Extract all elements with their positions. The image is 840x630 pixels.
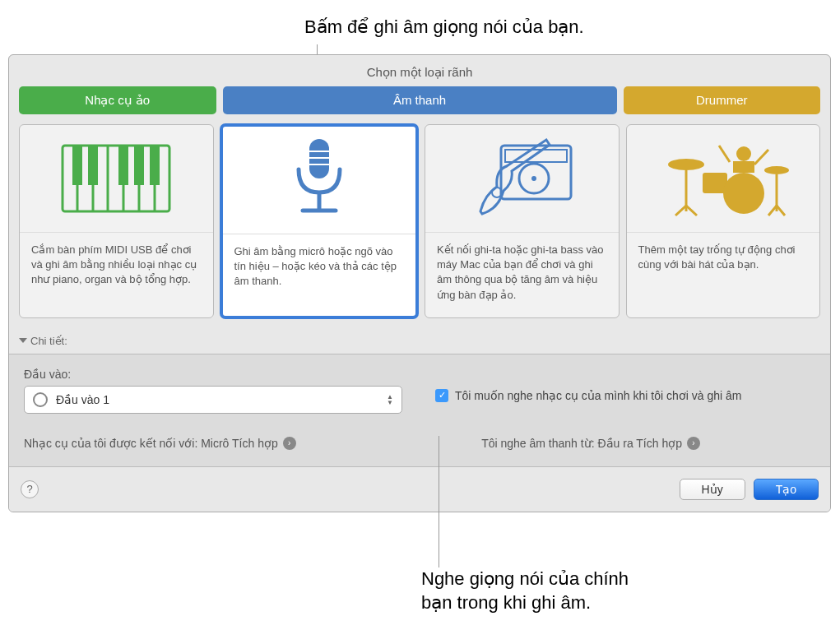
chevron-right-icon: › — [687, 437, 700, 450]
input-select[interactable]: Đầu vào 1 ▲▼ — [24, 386, 402, 414]
card-desc: Kết nối ghi-ta hoặc ghi-ta bass vào máy … — [425, 232, 619, 317]
monitor-label: Tôi muốn nghe nhạc cụ của mình khi tôi c… — [455, 389, 741, 402]
card-desc: Ghi âm bằng micrô hoặc ngõ vào tín hiệu … — [223, 234, 416, 304]
footer: ? Hủy Tạo — [9, 467, 830, 512]
track-type-tabs: Nhạc cụ ảo Âm thanh Drummer — [9, 86, 830, 124]
monitor-checkbox[interactable]: ✓ — [435, 389, 448, 402]
card-drummer[interactable]: Thêm một tay trống tự động chơi cùng với… — [626, 124, 821, 318]
microphone-icon — [223, 127, 416, 234]
svg-line-29 — [675, 206, 686, 215]
svg-point-23 — [736, 146, 751, 161]
card-desc: Cắm bàn phím MIDI USB để chơi và ghi âm … — [20, 232, 213, 303]
input-device-link[interactable]: Nhạc cụ của tôi được kết nối với: Micrô … — [24, 437, 296, 450]
window-title: Chọn một loại rãnh — [9, 55, 830, 86]
drumkit-icon — [627, 125, 820, 232]
svg-line-24 — [719, 146, 730, 162]
guitar-amp-icon — [425, 125, 619, 232]
card-audio-mic[interactable]: Ghi âm bằng micrô hoặc ngõ vào tín hiệu … — [220, 124, 419, 318]
input-value: Đầu vào 1 — [56, 393, 109, 406]
svg-rect-11 — [150, 146, 160, 185]
chevron-right-icon: › — [283, 437, 296, 450]
help-button[interactable]: ? — [21, 480, 39, 498]
input-device-text: Nhạc cụ của tôi được kết nối với: Micrô … — [24, 437, 278, 450]
card-software-instrument[interactable]: Cắm bàn phím MIDI USB để chơi và ghi âm … — [19, 124, 214, 318]
callout-record-voice: Bấm để ghi âm giọng nói của bạn. — [304, 16, 584, 38]
svg-line-25 — [754, 150, 768, 164]
details-label: Chi tiết: — [30, 335, 67, 347]
tab-virtual-instrument[interactable]: Nhạc cụ ảo — [19, 86, 216, 114]
card-desc: Thêm một tay trống tự động chơi cùng với… — [627, 232, 820, 287]
svg-point-21 — [531, 176, 536, 181]
disclosure-triangle-icon — [19, 338, 27, 343]
svg-rect-10 — [134, 146, 144, 185]
output-device-text: Tôi nghe âm thanh từ: Đầu ra Tích hợp — [481, 437, 682, 450]
svg-point-32 — [723, 173, 764, 214]
keyboard-icon — [20, 125, 213, 232]
create-button[interactable]: Tạo — [754, 479, 819, 500]
svg-rect-9 — [118, 146, 128, 185]
input-label: Đầu vào: — [24, 368, 402, 381]
tab-drummer[interactable]: Drummer — [624, 86, 821, 114]
tab-audio[interactable]: Âm thanh — [223, 86, 617, 114]
output-device-link[interactable]: Tôi nghe âm thanh từ: Đầu ra Tích hợp › — [481, 437, 700, 450]
svg-rect-7 — [72, 146, 82, 185]
svg-point-33 — [764, 166, 789, 174]
card-audio-guitar[interactable]: Kết nối ghi-ta hoặc ghi-ta bass vào máy … — [425, 124, 620, 318]
svg-rect-26 — [733, 161, 754, 173]
svg-line-30 — [686, 206, 697, 215]
details-toggle[interactable]: Chi tiết: — [9, 328, 830, 354]
input-channel-icon — [33, 392, 48, 407]
svg-rect-8 — [88, 146, 98, 185]
cancel-button[interactable]: Hủy — [680, 479, 745, 500]
track-type-window: Chọn một loại rãnh Nhạc cụ ảo Âm thanh D… — [8, 54, 831, 512]
select-arrows-icon: ▲▼ — [387, 394, 393, 405]
callout-monitor-voice: Nghe giọng nói của chính bạn trong khi g… — [421, 567, 629, 614]
callout-line — [439, 436, 439, 567]
track-type-cards: Cắm bàn phím MIDI USB để chơi và ghi âm … — [9, 124, 830, 328]
svg-point-27 — [668, 159, 704, 170]
details-panel: Đầu vào: Đầu vào 1 ▲▼ ✓ Tôi muốn nghe nh… — [9, 354, 830, 467]
